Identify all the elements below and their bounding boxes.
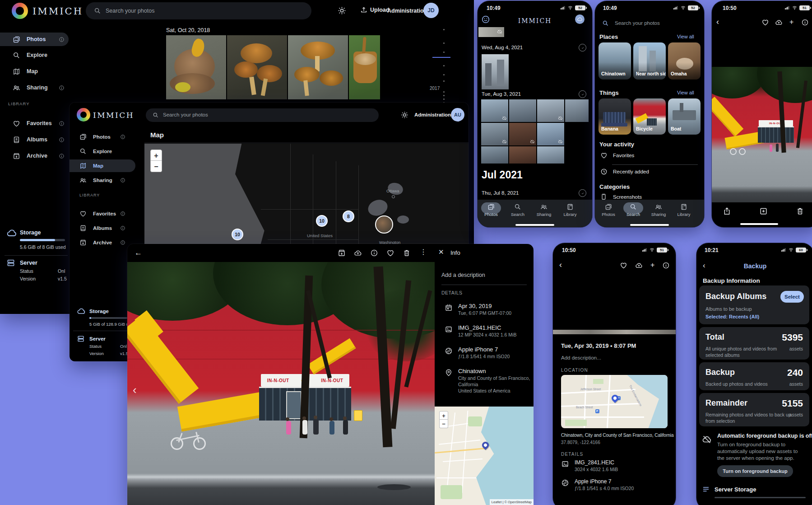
photo-thumbnail[interactable] bbox=[482, 54, 509, 89]
sidebar-item-favorites[interactable]: Favorites bbox=[0, 117, 69, 130]
activity-item-recently-added[interactable]: Recently added bbox=[595, 167, 704, 178]
select-group-icon[interactable] bbox=[579, 90, 586, 98]
search-input[interactable]: Search your photos bbox=[86, 2, 311, 19]
info-icon[interactable] bbox=[59, 137, 65, 143]
zoom-in-button[interactable]: + bbox=[439, 411, 448, 420]
nav-tab-search[interactable]: Search bbox=[621, 203, 646, 217]
info-icon[interactable] bbox=[120, 134, 125, 140]
administration-link[interactable]: Administration bbox=[387, 8, 427, 14]
photo-thumbnail[interactable] bbox=[349, 35, 380, 99]
select-button[interactable]: Select bbox=[780, 291, 804, 303]
upload-button[interactable]: Upload bbox=[360, 6, 389, 14]
photo-thumbnail[interactable] bbox=[537, 99, 564, 122]
nav-tab-photos[interactable]: Photos bbox=[478, 203, 504, 217]
zoom-out-button[interactable]: − bbox=[150, 161, 162, 172]
search-input[interactable]: Search your photos bbox=[615, 20, 660, 27]
archive-icon[interactable] bbox=[338, 249, 346, 257]
info-icon[interactable] bbox=[801, 19, 809, 26]
photo-thumbnail[interactable] bbox=[288, 35, 348, 99]
location-map[interactable]: + − Leaflet | © OpenStreetMap bbox=[435, 407, 534, 505]
place-card[interactable]: Chinatown bbox=[599, 42, 631, 79]
info-icon[interactable] bbox=[120, 211, 125, 216]
info-icon[interactable] bbox=[120, 225, 125, 231]
nav-tab-library[interactable]: Library bbox=[557, 203, 583, 217]
photo-in-n-out[interactable]: IN-N-OUT bbox=[712, 67, 812, 202]
place-card[interactable]: Omaha bbox=[668, 42, 701, 79]
sidebar-item-sharing[interactable]: Sharing bbox=[70, 174, 135, 187]
timeline-scrubber[interactable]: 2017 bbox=[424, 23, 456, 113]
user-avatar[interactable]: AU bbox=[451, 108, 464, 122]
info-icon[interactable] bbox=[370, 249, 378, 257]
sidebar-item-archive[interactable]: Archive bbox=[0, 149, 69, 163]
photo-thumbnail[interactable] bbox=[537, 123, 564, 145]
user-avatar[interactable]: JD bbox=[423, 3, 439, 18]
immich-logo-icon[interactable] bbox=[77, 108, 90, 122]
add-icon[interactable]: + bbox=[789, 18, 793, 26]
zoom-out-button[interactable]: − bbox=[439, 420, 448, 428]
close-icon[interactable]: ✕ bbox=[438, 248, 444, 256]
nav-tab-photos[interactable]: Photos bbox=[596, 203, 621, 217]
location-map[interactable]: P P The Embarcadero Jefferson Street Bea… bbox=[561, 375, 668, 428]
photo-thumbnail[interactable] bbox=[481, 146, 508, 164]
photo-edge-strip[interactable] bbox=[553, 330, 676, 334]
photo-thumbnail[interactable] bbox=[509, 99, 536, 122]
thing-card[interactable]: Banana bbox=[599, 98, 631, 135]
sidebar-item-photos[interactable]: Photos bbox=[70, 131, 135, 143]
map-cluster-marker[interactable]: 10 bbox=[232, 229, 243, 240]
info-icon[interactable] bbox=[59, 121, 65, 126]
photo-thumbnail[interactable] bbox=[478, 27, 504, 37]
more-icon[interactable]: ⋮ bbox=[420, 248, 427, 256]
photo-thumbnail[interactable] bbox=[481, 123, 508, 145]
photo-in-n-out[interactable]: IN-N-OUT IN-N-OUT bbox=[127, 262, 435, 505]
zoom-in-button[interactable]: + bbox=[150, 150, 162, 161]
sidebar-item-photos[interactable]: Photos bbox=[0, 33, 69, 46]
map-zoom-controls[interactable]: + − bbox=[150, 150, 162, 172]
nav-tab-search[interactable]: Search bbox=[505, 203, 530, 217]
back-icon[interactable]: ← bbox=[135, 248, 142, 257]
profile-avatar[interactable] bbox=[575, 14, 585, 24]
favorite-icon[interactable] bbox=[620, 262, 627, 269]
favorite-icon[interactable] bbox=[386, 249, 394, 257]
place-card[interactable]: Near north side bbox=[633, 42, 666, 79]
info-icon[interactable] bbox=[59, 153, 65, 159]
delete-icon[interactable] bbox=[403, 249, 411, 257]
nav-tab-sharing[interactable]: Sharing bbox=[531, 203, 557, 217]
sidebar-item-map[interactable]: Map bbox=[70, 159, 135, 172]
select-group-icon[interactable] bbox=[579, 189, 586, 197]
sidebar-item-explore[interactable]: Explore bbox=[0, 48, 69, 62]
turn-on-foreground-backup-button[interactable]: Turn on foreground backup bbox=[717, 465, 793, 477]
info-icon[interactable] bbox=[662, 262, 670, 269]
add-to-album-icon[interactable] bbox=[759, 207, 768, 215]
info-icon[interactable] bbox=[59, 37, 65, 42]
favorite-icon[interactable] bbox=[761, 19, 769, 26]
search-input[interactable]: Search your photos bbox=[146, 108, 379, 122]
info-icon[interactable] bbox=[59, 85, 65, 91]
map-cluster-marker[interactable]: 8 bbox=[343, 210, 354, 222]
sidebar-item-favorites[interactable]: Favorites bbox=[70, 207, 135, 220]
info-icon[interactable] bbox=[120, 240, 125, 245]
back-icon[interactable]: ‹ bbox=[559, 260, 562, 270]
cloud-upload-icon[interactable] bbox=[775, 19, 783, 26]
photo-thumbnail[interactable] bbox=[537, 146, 564, 164]
theme-toggle-icon[interactable] bbox=[401, 111, 408, 119]
administration-link[interactable]: Administration bbox=[414, 112, 451, 118]
places-view-all-link[interactable]: View all bbox=[677, 34, 694, 40]
sidebar-item-albums[interactable]: Albums bbox=[70, 222, 135, 234]
cloud-icon[interactable] bbox=[354, 249, 362, 257]
photo-thumbnail[interactable] bbox=[166, 35, 226, 99]
cloud-upload-icon[interactable] bbox=[635, 262, 643, 269]
sidebar-item-explore[interactable]: Explore bbox=[70, 145, 135, 158]
photo-thumbnail[interactable] bbox=[227, 35, 287, 99]
delete-icon[interactable] bbox=[796, 207, 804, 215]
thing-card[interactable]: Bicycle bbox=[633, 98, 666, 135]
sidebar-item-sharing[interactable]: Sharing bbox=[0, 81, 69, 94]
theme-toggle-icon[interactable] bbox=[338, 6, 346, 15]
map-zoom-controls[interactable]: + − bbox=[439, 411, 448, 428]
map-cluster-marker[interactable]: 10 bbox=[316, 215, 328, 227]
thing-card[interactable]: Boat bbox=[668, 98, 701, 135]
add-icon[interactable]: + bbox=[650, 261, 654, 269]
photo-thumbnail[interactable] bbox=[509, 146, 536, 164]
sidebar-item-map[interactable]: Map bbox=[0, 65, 69, 78]
nav-tab-library[interactable]: Library bbox=[671, 203, 696, 217]
description-input[interactable]: Add description... bbox=[561, 355, 601, 361]
